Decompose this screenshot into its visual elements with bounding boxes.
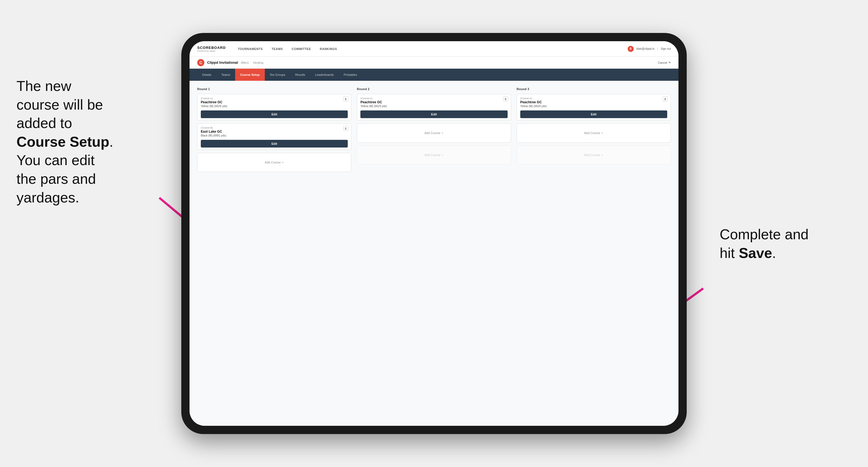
logo-title: SCOREBOARD [197, 45, 226, 50]
add-course-text-r2-active: Add Course [424, 131, 440, 134]
nav-link-tournaments[interactable]: TOURNAMENTS [234, 41, 267, 57]
delete-button-r1-a[interactable]: 🗑 [343, 96, 348, 101]
tablet-frame: SCOREBOARD Powered by clippd TOURNAMENTS… [181, 33, 687, 434]
logo-sub: Powered by clippd [197, 50, 226, 52]
rounds-grid: Round 1 (Course A) Peachtree GC Yellow (… [197, 87, 671, 175]
course-label-r1-b: (Course B) [201, 126, 348, 129]
nav-link-committee[interactable]: COMMITTEE [287, 41, 316, 57]
add-course-plus-r2-disabled: + [441, 153, 444, 157]
course-name-r1-a: Peachtree GC [201, 100, 348, 104]
edit-button-r1-a[interactable]: Edit [201, 111, 348, 118]
add-course-r3-disabled: Add Course + [517, 145, 671, 164]
nav-avatar: B [628, 46, 634, 52]
left-annotation: The new course will be added to Course S… [17, 77, 148, 207]
round-1-column: Round 1 (Course A) Peachtree GC Yellow (… [197, 87, 351, 175]
edit-button-r3-a[interactable]: Edit [520, 111, 667, 118]
cancel-label: Cancel [658, 61, 667, 64]
nav-user-email: blair@clippd.io [637, 47, 655, 50]
round-3-column: Round 3 (Course A) Peachtree GC Yellow (… [517, 87, 671, 175]
tournament-bar: C Clippd Invitational (Men) Hosting Canc… [189, 57, 679, 69]
nav-signout[interactable]: Sign out [661, 47, 671, 50]
add-course-text-r2-disabled: Add Course [424, 153, 440, 157]
edit-button-r2-a[interactable]: Edit [361, 111, 507, 118]
scoreboard-logo: SCOREBOARD Powered by clippd [197, 45, 226, 52]
edit-button-r1-b[interactable]: Edit [201, 140, 348, 148]
tab-printables[interactable]: Printables [339, 69, 362, 81]
add-course-r1[interactable]: Add Course + [197, 153, 351, 172]
course-card-r1-a: (Course A) Peachtree GC Yellow (M) (6629… [197, 94, 351, 121]
course-tee-r1-b: Black (M) (6891 yds) [201, 134, 348, 137]
tab-details[interactable]: Details [197, 69, 216, 81]
nav-link-teams[interactable]: TEAMS [267, 41, 287, 57]
add-course-text-r3-active: Add Course [584, 131, 600, 134]
right-annotation: Complete and hit Save. [720, 225, 851, 262]
tab-course-setup[interactable]: Course Setup [235, 69, 265, 81]
round-2-header: Round 2 [357, 87, 511, 91]
add-course-r2-disabled: Add Course + [357, 145, 511, 164]
course-card-r3-a: (Course A) Peachtree GC Yellow (M) (6629… [517, 94, 671, 121]
tournament-info: C Clippd Invitational (Men) Hosting [197, 59, 264, 66]
round-3-header: Round 3 [517, 87, 671, 91]
tablet-screen: SCOREBOARD Powered by clippd TOURNAMENTS… [189, 41, 679, 426]
tournament-logo: C [197, 59, 205, 66]
sub-tabs: Details Teams Course Setup Tee Groups Re… [189, 69, 679, 81]
course-tee-r2-a: Yellow (M) (6629 yds) [361, 105, 507, 108]
delete-button-r2-a[interactable]: 🗑 [503, 96, 508, 101]
nav-link-rankings[interactable]: RANKINGS [315, 41, 341, 57]
add-course-plus-r1: + [282, 160, 284, 164]
nav-right: B blair@clippd.io | Sign out [628, 46, 671, 52]
course-tee-r1-a: Yellow (M) (6629 yds) [201, 105, 348, 108]
tab-tee-groups[interactable]: Tee Groups [265, 69, 290, 81]
course-label-r1-a: (Course A) [201, 97, 348, 100]
course-name-r2-a: Peachtree GC [361, 100, 507, 104]
course-card-r2-a: (Course A) Peachtree GC Yellow (M) (6629… [357, 94, 511, 121]
course-label-r2-a: (Course A) [361, 97, 507, 100]
top-nav: SCOREBOARD Powered by clippd TOURNAMENTS… [189, 41, 679, 57]
main-content: Round 1 (Course A) Peachtree GC Yellow (… [189, 81, 679, 426]
add-course-plus-r3-active: + [601, 131, 603, 135]
trash-icon-b: 🗑 [344, 127, 347, 130]
tournament-name: Clippd Invitational [207, 60, 238, 65]
tab-teams[interactable]: Teams [216, 69, 235, 81]
trash-icon-r3a: 🗑 [664, 97, 666, 100]
round-1-header: Round 1 [197, 87, 351, 91]
add-course-r3-active[interactable]: Add Course + [517, 123, 671, 143]
add-course-text-r1: Add Course [265, 161, 281, 164]
tab-results[interactable]: Results [290, 69, 310, 81]
round-2-column: Round 2 (Course A) Peachtree GC Yellow (… [357, 87, 511, 175]
trash-icon-r2a: 🗑 [504, 97, 507, 100]
nav-links: TOURNAMENTS TEAMS COMMITTEE RANKINGS [234, 41, 628, 57]
add-course-text-r3-disabled: Add Course [584, 153, 600, 157]
course-card-r1-b: (Course B) East Lake GC Black (M) (6891 … [197, 123, 351, 150]
add-course-plus-r2-active: + [441, 131, 444, 135]
course-label-r3-a: (Course A) [520, 97, 667, 100]
nav-divider: | [657, 47, 658, 50]
course-name-r3-a: Peachtree GC [520, 100, 667, 104]
course-name-r1-b: East Lake GC [201, 130, 348, 133]
delete-button-r3-a[interactable]: 🗑 [663, 96, 668, 101]
course-tee-r3-a: Yellow (M) (6629 yds) [520, 105, 667, 108]
add-course-r2-active[interactable]: Add Course + [357, 123, 511, 143]
tournament-division: (Men) [241, 61, 249, 64]
cancel-button[interactable]: Cancel ✕ [658, 61, 671, 64]
trash-icon: 🗑 [344, 97, 347, 100]
add-course-plus-r3-disabled: + [601, 153, 603, 157]
tournament-hosting: Hosting [253, 61, 263, 64]
delete-button-r1-b[interactable]: 🗑 [343, 126, 348, 131]
tab-leaderboards[interactable]: Leaderboards [310, 69, 339, 81]
cancel-x-icon: ✕ [668, 61, 671, 64]
